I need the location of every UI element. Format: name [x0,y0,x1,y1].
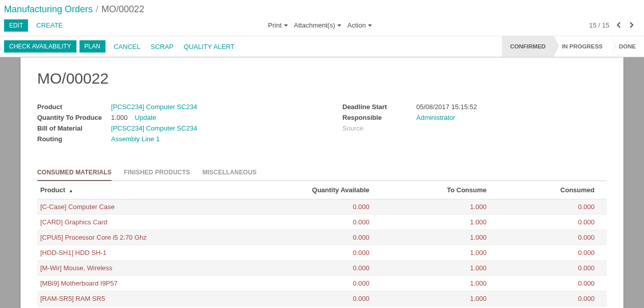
chevron-left-icon [616,22,621,28]
product-value[interactable]: [PCSC234] Computer SC234 [111,103,197,111]
pager-count: 15 / 15 [589,21,609,29]
caret-down-icon [284,24,288,27]
deadline-value: 05/08/2017 15:15:52 [416,103,477,111]
edit-button[interactable]: EDIT [4,19,28,32]
product-link[interactable]: [CPUi5] Processor Core i5 2.70 Ghz [40,234,147,241]
tab-consumed-materials[interactable]: CONSUMED MATERIALS [37,165,112,181]
to-consume-cell: 1.000 [372,276,490,291]
action-dropdown[interactable]: Action [347,21,372,29]
qty-available-cell: 0.000 [255,215,372,230]
tabs: CONSUMED MATERIALS FINISHED PRODUCTS MIS… [37,165,607,181]
quality-alert-button[interactable]: QUALITY ALERT [184,43,235,50]
col-qty-available[interactable]: Quantity Available [255,181,372,199]
routing-label: Routing [37,135,111,143]
table-row: [C-Case] Computer Case0.0001.0000.000 [37,199,607,215]
consumed-cell: 0.000 [490,261,607,276]
create-button[interactable]: CREATE [36,21,63,29]
to-consume-cell: 1.000 [372,291,490,306]
attachments-dropdown[interactable]: Attachment(s) [294,21,341,29]
breadcrumb-separator: / [96,4,98,15]
product-link[interactable]: [MBi9] Motherboard I9P57 [40,279,118,287]
consumed-cell: 0.000 [490,230,607,245]
consumed-cell: 0.000 [490,199,607,215]
bom-label: Bill of Material [37,124,111,132]
col-to-consume[interactable]: To Consume [372,181,490,199]
source-label: Source [342,124,416,132]
qty-value: 1.000 [111,114,128,121]
status-bar: CONFIRMED IN PROGRESS DONE [502,36,644,57]
check-availability-button[interactable]: CHECK AVAILABILITY [4,40,76,53]
update-qty-button[interactable]: Update [135,114,156,121]
responsible-label: Responsible [342,114,416,121]
routing-value[interactable]: Assembly Line 1 [111,135,159,143]
print-label: Print [268,21,282,29]
breadcrumb-root[interactable]: Manufacturing Orders [4,4,93,15]
to-consume-cell: 1.000 [372,261,490,276]
to-consume-cell: 1.000 [372,230,490,245]
caret-down-icon [337,24,341,27]
qty-label: Quantity To Produce [37,114,111,121]
deadline-label: Deadline Start [342,103,416,111]
table-row: [M-Wir] Mouse, Wireless0.0001.0000.000 [37,261,607,276]
breadcrumb-current: MO/00022 [101,4,144,15]
to-consume-cell: 1.000 [372,245,490,261]
consumed-cell: 0.000 [490,276,607,291]
product-link[interactable]: [M-Wir] Mouse, Wireless [40,264,113,272]
tab-miscellaneous[interactable]: MISCELLANEOUS [202,165,257,181]
to-consume-cell: 1.000 [372,215,490,230]
product-link[interactable]: [CARD] Graphics Card [40,218,107,226]
print-dropdown[interactable]: Print [268,21,288,29]
caret-down-icon [368,24,372,27]
pager-next-button[interactable] [628,19,636,32]
qty-available-cell: 0.000 [255,291,372,306]
plan-button[interactable]: PLAN [79,40,105,53]
breadcrumb: Manufacturing Orders / MO/00022 [4,4,636,15]
attachments-label: Attachment(s) [294,21,335,29]
product-link[interactable]: [C-Case] Computer Case [40,203,115,211]
cancel-button[interactable]: CANCEL [114,43,141,50]
col-product[interactable]: Product ▲ [37,181,255,199]
status-in-progress[interactable]: IN PROGRESS [554,36,611,57]
table-row: [RAM-SR5] RAM SR50.0001.0000.000 [37,291,607,306]
qty-available-cell: 0.000 [255,245,372,261]
action-label: Action [347,21,366,29]
qty-available-cell: 0.000 [255,199,372,215]
table-row: [MBi9] Motherboard I9P570.0001.0000.000 [37,276,607,291]
table-row: [CARD] Graphics Card0.0001.0000.000 [37,215,607,230]
qty-available-cell: 0.000 [255,276,372,291]
chevron-right-icon [630,22,634,28]
record-title: MO/00022 [37,70,607,87]
materials-table: Product ▲ Quantity Available To Consume … [37,181,607,306]
sort-asc-icon: ▲ [69,188,73,193]
form-sheet: MO/00022 Product [PCSC234] Computer SC23… [20,57,624,308]
responsible-value[interactable]: Administrator [416,114,455,121]
pager-prev-button[interactable] [614,19,623,32]
table-row: [CPUi5] Processor Core i5 2.70 Ghz0.0001… [37,230,607,245]
tab-finished-products[interactable]: FINISHED PRODUCTS [124,165,190,181]
status-confirmed[interactable]: CONFIRMED [502,36,554,57]
consumed-cell: 0.000 [490,215,607,230]
qty-available-cell: 0.000 [255,230,372,245]
consumed-cell: 0.000 [490,291,607,306]
col-product-label: Product [40,186,65,194]
product-label: Product [37,103,111,111]
table-row: [HDD-SH1] HDD SH-10.0001.0000.000 [37,245,607,261]
qty-available-cell: 0.000 [255,261,372,276]
product-link[interactable]: [HDD-SH1] HDD SH-1 [40,249,106,256]
to-consume-cell: 1.000 [372,199,490,215]
consumed-cell: 0.000 [490,245,607,261]
bom-value[interactable]: [PCSC234] Computer SC234 [111,124,197,132]
product-link[interactable]: [RAM-SR5] RAM SR5 [40,295,105,302]
scrap-button[interactable]: SCRAP [151,43,174,50]
col-consumed[interactable]: Consumed [490,181,607,199]
